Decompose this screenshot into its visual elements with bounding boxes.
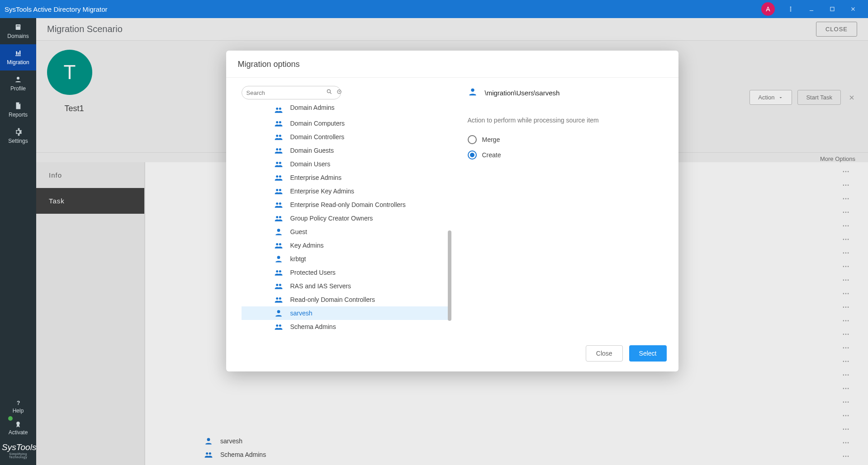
list-item-label: Key Admins (290, 242, 324, 249)
svg-point-2 (790, 10, 791, 11)
modal-select-button[interactable]: Select (629, 345, 667, 362)
action-question: Action to perform while processing sourc… (468, 117, 662, 124)
person-icon (468, 87, 478, 99)
sidebar-item-domains[interactable]: Domains (0, 18, 36, 44)
list-item[interactable]: krbtgt (242, 252, 448, 266)
group-icon (274, 132, 284, 141)
list-item[interactable]: Domain Admins (242, 103, 448, 117)
list-item[interactable]: sarvesh (242, 306, 448, 320)
group-icon (274, 105, 284, 114)
svg-point-37 (279, 202, 281, 205)
profile-icon (14, 75, 22, 84)
list-item[interactable]: Enterprise Read-only Domain Controllers (242, 198, 448, 211)
scrollbar[interactable] (448, 104, 451, 321)
list-item[interactable]: Read-only Domain Controllers (242, 293, 448, 306)
brand-logo: SysTools® Simplifying Technology (0, 439, 36, 465)
titlebar: SysTools Active Directory Migrator A (0, 0, 868, 18)
list-item-label: Domain Guests (290, 147, 334, 154)
svg-point-53 (471, 89, 474, 92)
list-item-label: sarvesh (290, 310, 313, 317)
sidebar-item-reports[interactable]: Reports (0, 97, 36, 123)
modal-close-button[interactable]: Close (586, 345, 623, 362)
svg-point-47 (279, 284, 281, 286)
list-item[interactable]: Key Admins (242, 239, 448, 252)
list-item[interactable]: RAS and IAS Servers (242, 279, 448, 293)
search-field[interactable] (242, 86, 341, 99)
radio-option[interactable]: Create (468, 147, 662, 163)
list-item[interactable]: Domain Guests (242, 144, 448, 157)
entry-list[interactable]: Domain AdminsDomain ComputersDomain Cont… (242, 103, 450, 333)
group-icon (274, 119, 284, 128)
group-icon (274, 200, 284, 209)
svg-point-21 (338, 91, 339, 92)
list-item-label: Guest (290, 228, 307, 235)
modal-overlay: Migration options Domain AdminsDo (36, 18, 868, 465)
svg-point-30 (276, 162, 278, 164)
list-item[interactable]: Group Policy Creator Owners (242, 211, 448, 225)
svg-point-46 (276, 284, 278, 286)
svg-rect-7 (16, 24, 21, 30)
reports-icon (14, 102, 22, 110)
sidebar-item-settings[interactable]: Settings (0, 123, 36, 149)
help-icon: ? (14, 399, 22, 407)
svg-point-41 (276, 243, 278, 245)
list-item[interactable]: Domain Computers (242, 117, 448, 130)
svg-point-10 (17, 77, 19, 80)
search-input[interactable] (247, 89, 323, 96)
svg-point-25 (279, 121, 281, 123)
svg-point-32 (276, 175, 278, 178)
list-item-label: Domain Users (290, 160, 331, 168)
sidebar-item-profile[interactable]: Profile (0, 70, 36, 97)
domains-icon (14, 23, 22, 31)
svg-point-23 (279, 108, 281, 110)
list-item[interactable]: Schema Admins (242, 320, 448, 333)
list-item[interactable]: Enterprise Admins (242, 171, 448, 184)
list-item-label: Protected Users (290, 269, 336, 276)
svg-point-33 (279, 175, 281, 178)
svg-point-12 (16, 422, 20, 425)
svg-point-50 (277, 310, 280, 313)
sidebar-help[interactable]: ? Help (0, 395, 36, 417)
modal-left-pane: Domain AdminsDomain ComputersDomain Cont… (242, 86, 450, 333)
svg-point-35 (279, 189, 281, 191)
search-icon[interactable] (326, 89, 332, 97)
svg-line-19 (330, 93, 331, 94)
svg-point-29 (279, 148, 281, 150)
person-icon (274, 227, 284, 236)
scrollbar-thumb[interactable] (448, 230, 451, 321)
sidebar-item-migration[interactable]: Migration (0, 44, 36, 70)
list-item[interactable]: Domain Users (242, 157, 448, 171)
svg-point-40 (277, 229, 280, 232)
svg-point-0 (790, 7, 791, 8)
radio-label: Merge (482, 136, 500, 143)
svg-point-52 (279, 324, 281, 327)
radio-option[interactable]: Merge (468, 132, 662, 147)
sidebar-activate[interactable]: Activate (0, 417, 36, 439)
svg-point-45 (279, 270, 281, 272)
list-item[interactable]: Guest (242, 225, 448, 239)
list-item-label: Enterprise Admins (290, 174, 342, 181)
svg-rect-9 (19, 25, 19, 26)
group-icon (274, 146, 284, 155)
list-item[interactable]: Enterprise Key Admins (242, 184, 448, 198)
svg-point-49 (279, 297, 281, 300)
migration-icon (14, 49, 22, 57)
svg-point-28 (276, 148, 278, 150)
svg-point-39 (279, 216, 281, 218)
list-item[interactable]: Domain Controllers (242, 130, 448, 144)
minimize-icon[interactable] (801, 0, 822, 18)
filter-icon[interactable] (336, 89, 342, 97)
user-avatar[interactable]: A (761, 2, 775, 16)
list-item[interactable]: Protected Users (242, 266, 448, 279)
selected-path-text: \migration\Users\sarvesh (485, 89, 560, 97)
svg-point-24 (276, 121, 278, 123)
person-icon (274, 254, 284, 263)
group-icon (274, 214, 284, 223)
list-item-label: Enterprise Read-only Domain Controllers (290, 201, 406, 208)
window-close-icon[interactable] (843, 0, 863, 18)
kebab-menu-icon[interactable] (780, 0, 801, 18)
group-icon (274, 187, 284, 196)
svg-rect-8 (17, 25, 18, 26)
migration-options-modal: Migration options Domain AdminsDo (226, 51, 678, 371)
maximize-icon[interactable] (822, 0, 843, 18)
